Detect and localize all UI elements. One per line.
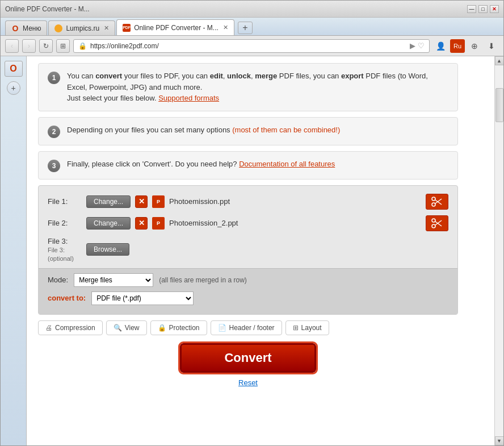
- tab-compression[interactable]: 🖨 Compression: [38, 320, 103, 335]
- file-2-change-button[interactable]: Change...: [86, 217, 131, 230]
- tab-pdf-close[interactable]: ✕: [223, 24, 228, 31]
- convert-to-label: convert to:: [48, 294, 86, 302]
- send-icon[interactable]: ▶: [410, 41, 415, 50]
- file-1-row: File 1: Change... ✕ P Photoemission.ppt: [48, 194, 448, 210]
- supported-formats-link[interactable]: Supported formats: [158, 94, 219, 102]
- step-3-number: 3: [48, 160, 60, 172]
- tab-view-label: View: [125, 324, 140, 332]
- extensions-icon[interactable]: ⊕: [467, 39, 482, 53]
- step-1-box: 1 You can convert your files to PDF, you…: [38, 63, 458, 111]
- file-3-row: File 3: File 3: (optional) Browse...: [48, 237, 448, 262]
- opera-icon: O: [11, 24, 19, 32]
- step-3-text: Finally, please click on 'Convert'. Do y…: [67, 159, 335, 170]
- step-3-box: 3 Finally, please click on 'Convert'. Do…: [38, 151, 458, 180]
- page-content: 1 You can convert your files to PDF, you…: [27, 56, 494, 445]
- tab-pdf[interactable]: PDF Online PDF Converter - M... ✕: [116, 19, 234, 35]
- tab-opera-label: Меню: [23, 24, 41, 32]
- svg-point-1: [432, 203, 435, 206]
- views-button[interactable]: ⊞: [56, 39, 70, 53]
- lock-icon: 🔒: [78, 42, 87, 50]
- browser-window: Online PDF Converter - M... — □ ✕ O Меню…: [0, 0, 504, 446]
- reset-link[interactable]: Reset: [38, 378, 458, 387]
- documentation-link[interactable]: Documentation of all features: [239, 160, 335, 168]
- compression-icon: 🖨: [45, 324, 52, 332]
- view-icon: 🔍: [114, 324, 122, 332]
- protection-icon: 🔒: [158, 324, 166, 332]
- file-2-delete-button[interactable]: ✕: [135, 217, 148, 230]
- url-box[interactable]: 🔒 https://online2pdf.com/ ▶ ♡: [73, 39, 430, 53]
- scrollbar-thumb[interactable]: [495, 88, 503, 122]
- tab-protection-label: Protection: [169, 324, 200, 332]
- tab-layout[interactable]: ⊞ Layout: [285, 320, 329, 335]
- convert-to-select[interactable]: PDF file (*.pdf): [91, 291, 194, 305]
- file-2-label: File 2:: [48, 219, 82, 227]
- step-2-text: Depending on your files you can set many…: [67, 124, 340, 136]
- svg-point-5: [432, 224, 435, 228]
- step-1-number: 1: [48, 72, 60, 84]
- title-bar: Online PDF Converter - M... — □ ✕: [1, 1, 503, 18]
- url-text: https://online2pdf.com/: [90, 42, 159, 50]
- lumpics-icon: [54, 24, 62, 32]
- file-3-browse-button[interactable]: Browse...: [86, 243, 129, 256]
- scroll-down-arrow[interactable]: ▼: [495, 436, 504, 445]
- forward-button[interactable]: ›: [22, 39, 36, 53]
- step-2-number: 2: [48, 126, 60, 138]
- maximize-button[interactable]: □: [478, 5, 488, 13]
- tab-lumpics[interactable]: Lumpics.ru ✕: [48, 20, 115, 35]
- minimize-button[interactable]: —: [467, 5, 476, 13]
- options-tabs: 🖨 Compression 🔍 View 🔒 Protection 📄 Head…: [38, 320, 458, 335]
- heart-icon[interactable]: ♡: [418, 41, 425, 50]
- svg-point-0: [432, 197, 435, 201]
- file-1-change-button[interactable]: Change...: [86, 195, 131, 208]
- tab-protection[interactable]: 🔒 Protection: [150, 320, 207, 335]
- mode-row: Mode: Merge files (all files are merged …: [48, 273, 448, 287]
- refresh-button[interactable]: ↻: [39, 39, 53, 53]
- sidebar-opera-button[interactable]: O: [5, 61, 23, 77]
- tab-compression-label: Compression: [55, 324, 95, 332]
- file-3-optional: File 3: (optional): [48, 247, 74, 262]
- toolbar-right: 👤 Ru ⊕ ⬇: [433, 39, 499, 53]
- file-2-row: File 2: Change... ✕ P Photoemission_2.pp…: [48, 215, 448, 231]
- files-section: File 1: Change... ✕ P Photoemission.ppt: [38, 185, 458, 315]
- file-1-label: File 1:: [48, 197, 82, 206]
- tab-view[interactable]: 🔍 View: [106, 320, 147, 335]
- address-bar: ‹ › ↻ ⊞ 🔒 https://online2pdf.com/ ▶ ♡ 👤 …: [1, 36, 503, 56]
- step-2-box: 2 Depending on your files you can set ma…: [38, 117, 458, 145]
- sidebar-add-button[interactable]: +: [7, 81, 20, 95]
- scroll-up-arrow[interactable]: ▲: [495, 56, 504, 65]
- file-2-icon: P: [152, 217, 165, 230]
- scissors-icon-2: [431, 218, 443, 228]
- file-1-split-button[interactable]: [426, 194, 448, 210]
- tab-lumpics-label: Lumpics.ru: [66, 24, 99, 32]
- main-area: O + 1 You can convert your files to PDF,…: [1, 56, 503, 445]
- file-2-name: Photoemission_2.ppt: [169, 219, 238, 227]
- mode-note: (all files are merged in a row): [159, 276, 247, 284]
- back-button[interactable]: ‹: [5, 39, 19, 53]
- file-3-label-wrapper: File 3: File 3: (optional): [48, 237, 82, 262]
- mode-select[interactable]: Merge files: [74, 273, 153, 287]
- sidebar: O +: [1, 56, 27, 445]
- file-2-split-button[interactable]: [426, 215, 448, 231]
- title-bar-label: Online PDF Converter - M...: [5, 5, 90, 13]
- translate-icon[interactable]: Ru: [450, 39, 465, 53]
- file-1-icon: P: [152, 195, 165, 208]
- close-button[interactable]: ✕: [490, 5, 499, 13]
- new-tab-button[interactable]: +: [238, 22, 253, 34]
- file-1-name: Photoemission.ppt: [169, 197, 230, 206]
- user-icon[interactable]: 👤: [433, 39, 448, 53]
- tab-layout-label: Layout: [301, 324, 322, 332]
- file-1-delete-button[interactable]: ✕: [135, 195, 148, 208]
- download-icon[interactable]: ⬇: [484, 39, 499, 53]
- svg-point-4: [432, 219, 435, 222]
- content-area: 1 You can convert your files to PDF, you…: [27, 56, 469, 394]
- tab-opera[interactable]: O Меню: [5, 20, 47, 35]
- layout-icon: ⊞: [293, 324, 299, 332]
- tab-lumpics-close[interactable]: ✕: [104, 24, 109, 32]
- url-actions: ▶ ♡: [410, 41, 425, 50]
- tab-pdf-label: Online PDF Converter - M...: [134, 24, 219, 32]
- tab-header-footer[interactable]: 📄 Header / footer: [211, 320, 282, 335]
- options-section: Mode: Merge files (all files are merged …: [39, 268, 457, 314]
- files-inner: File 1: Change... ✕ P Photoemission.ppt: [39, 186, 457, 262]
- header-footer-icon: 📄: [218, 324, 226, 332]
- convert-button[interactable]: Convert: [180, 343, 316, 373]
